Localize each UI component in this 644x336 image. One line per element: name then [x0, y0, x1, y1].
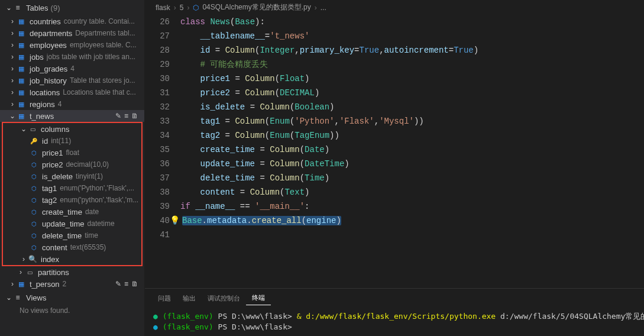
- table-row[interactable]: employeesemployees table. C...: [0, 39, 144, 51]
- column-row[interactable]: contenttext(65535): [3, 241, 141, 253]
- tables-label: Tables: [26, 4, 48, 12]
- chevron-right-icon: ›: [315, 4, 317, 12]
- term-exe: d:/www/flask/flask_env/Scripts/python.ex…: [306, 312, 496, 321]
- breadcrumb-part[interactable]: flask: [156, 4, 170, 12]
- edit-icon[interactable]: ✎: [115, 280, 121, 288]
- row-actions: ✎ ≡ 🗎: [115, 112, 142, 120]
- views-label: Views: [26, 293, 46, 302]
- breadcrumb-more[interactable]: ...: [321, 4, 326, 12]
- column-row[interactable]: tag2enum('python','flask','m...: [3, 194, 141, 206]
- column-name: delete_time: [42, 231, 82, 240]
- column-row[interactable]: idint(11): [3, 135, 141, 147]
- chevron-right-icon: [8, 88, 17, 96]
- table-name: jobs: [30, 53, 44, 62]
- table-icon: [17, 40, 26, 50]
- table-icon: [17, 279, 26, 289]
- tab-terminal[interactable]: 终端: [246, 291, 271, 305]
- table-desc: 2: [63, 280, 67, 288]
- edit-icon[interactable]: ✎: [115, 112, 121, 120]
- panel-tabs: 问题 输出 调试控制台 终端 + ⌄ ▯ Py: [145, 289, 644, 308]
- column-type: tinyint(1): [76, 172, 103, 180]
- tab-output[interactable]: 输出: [177, 292, 202, 305]
- column-name: price2: [42, 160, 63, 169]
- folder-icon: [28, 124, 37, 134]
- term-amp: &: [297, 312, 302, 321]
- tables-count: (9): [51, 4, 60, 12]
- column-name: is_delete: [42, 172, 73, 181]
- chevron-down-icon: [5, 293, 13, 302]
- list-icon[interactable]: ≡: [124, 280, 128, 288]
- file-icon[interactable]: 🗎: [131, 112, 138, 120]
- table-row[interactable]: countriescountry table. Contai...: [0, 15, 144, 27]
- column-row[interactable]: tag1enum('Python','Flask',...: [3, 182, 141, 194]
- index-label: index: [41, 255, 59, 264]
- table-icon: [17, 28, 26, 38]
- columns-label: columns: [41, 125, 69, 134]
- column-type: decimal(10,0): [66, 160, 109, 169]
- breadcrumb[interactable]: flask › 5 › ⬡ 04SQLAlchemy常见的数据类型.py › .…: [145, 0, 644, 15]
- column-row[interactable]: delete_timetime: [3, 230, 141, 241]
- column-row[interactable]: price1float: [3, 147, 141, 159]
- tab-problems[interactable]: 问题: [152, 292, 177, 305]
- column-type: float: [66, 148, 79, 157]
- table-desc: jobs table with job titles an...: [47, 53, 135, 61]
- column-icon: [29, 172, 38, 181]
- views-empty: No views found.: [0, 305, 144, 316]
- chevron-right-icon: [8, 280, 17, 288]
- column-icon: [29, 207, 38, 217]
- table-name: locations: [30, 88, 60, 97]
- tab-debug[interactable]: 调试控制台: [202, 292, 246, 305]
- column-name: price1: [42, 148, 63, 157]
- file-icon[interactable]: 🗎: [131, 280, 138, 288]
- terminal-panel: 问题 输出 调试控制台 终端 + ⌄ ▯ Py ● (flask_env) PS…: [145, 288, 644, 336]
- table-row[interactable]: jobsjobs table with job titles an...: [0, 51, 144, 63]
- table-row[interactable]: regions4: [0, 98, 144, 110]
- table-row[interactable]: departmentsDepartments tabl...: [0, 27, 144, 39]
- table-row[interactable]: job_historyTable that stores jo...: [0, 75, 144, 86]
- column-row[interactable]: price2decimal(10,0): [3, 159, 141, 170]
- chevron-right-icon: [8, 64, 17, 73]
- column-type: int(11): [51, 137, 71, 145]
- table-t-person[interactable]: t_person 2 ✎ ≡ 🗎: [0, 278, 144, 290]
- views-section-header[interactable]: Views: [0, 290, 144, 305]
- column-name: tag1: [42, 184, 57, 193]
- column-row[interactable]: update_timedatetime: [3, 218, 141, 230]
- column-type: time: [85, 231, 98, 240]
- column-row[interactable]: create_timedate: [3, 206, 141, 218]
- partitions-folder[interactable]: partitions: [0, 266, 144, 278]
- bullet-icon: ●: [153, 312, 158, 321]
- list-icon[interactable]: ≡: [124, 112, 128, 120]
- table-desc: Locations table that c...: [63, 88, 135, 96]
- table-name: job_history: [30, 76, 67, 85]
- columns-folder[interactable]: columns: [3, 123, 141, 135]
- bullet-icon: ●: [153, 322, 158, 331]
- lightbulb-icon[interactable]: 💡: [170, 216, 180, 225]
- search-icon: 🔍: [28, 254, 37, 264]
- highlight-box: columns idint(11)price1floatprice2decima…: [2, 122, 143, 266]
- column-type: enum('Python','Flask',...: [60, 184, 134, 192]
- code-editor[interactable]: 26272829303132333435363738394041 class N…: [145, 15, 644, 288]
- column-type: datetime: [88, 219, 115, 228]
- table-name: t_news: [30, 112, 54, 121]
- terminal-content[interactable]: ● (flask_env) PS D:\www\flask> & d:/www/…: [145, 308, 644, 336]
- column-row[interactable]: is_deletetinyint(1): [3, 170, 141, 182]
- column-icon: [29, 148, 38, 157]
- breadcrumb-file[interactable]: 04SQLAlchemy常见的数据类型.py: [202, 2, 310, 12]
- column-name: content: [42, 243, 67, 252]
- table-icon: [17, 111, 26, 121]
- row-actions: ✎ ≡ 🗎: [115, 280, 142, 288]
- table-icon: [17, 88, 26, 97]
- breadcrumb-part[interactable]: 5: [180, 4, 184, 12]
- table-row[interactable]: locationsLocations table that c...: [0, 86, 144, 98]
- table-icon: [17, 99, 26, 109]
- chevron-right-icon: [8, 17, 17, 25]
- code-content[interactable]: class News(Base): __tablename__='t_news'…: [180, 15, 644, 288]
- chevron-down-icon: [20, 125, 28, 133]
- table-icon: [17, 76, 26, 85]
- index-folder[interactable]: 🔍 index: [3, 253, 141, 265]
- table-desc: 4: [58, 100, 62, 108]
- tables-section-header[interactable]: Tables (9): [0, 0, 144, 15]
- editor-area: flask › 5 › ⬡ 04SQLAlchemy常见的数据类型.py › .…: [145, 0, 644, 336]
- table-t-news[interactable]: t_news ✎ ≡ 🗎: [0, 110, 144, 122]
- table-row[interactable]: job_grades4: [0, 63, 144, 75]
